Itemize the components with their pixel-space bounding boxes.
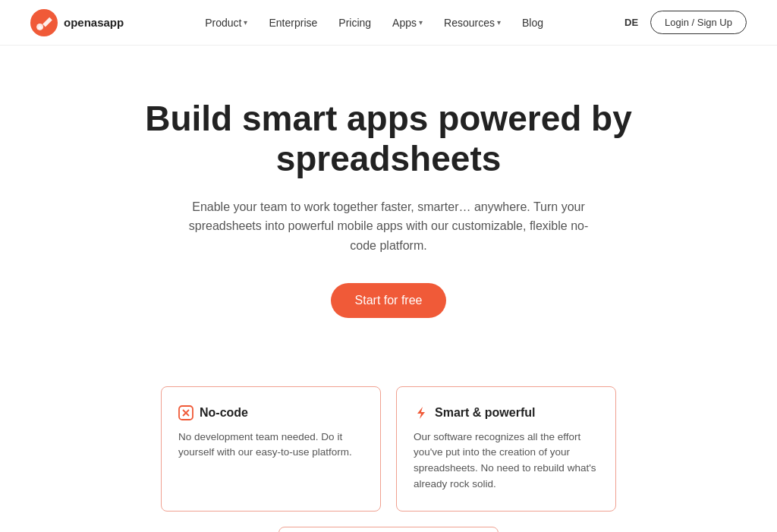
feature-smart-title: Smart & powerful <box>435 406 535 420</box>
chevron-down-icon: ▾ <box>497 18 501 27</box>
hero-title: Build smart apps powered by spreadsheets <box>85 99 692 179</box>
feature-card-smart: Smart & powerful Our software recognizes… <box>396 386 616 512</box>
feature-card-nocode: No-code No development team needed. Do i… <box>161 386 381 512</box>
nav-right: DE Login / Sign Up <box>624 11 747 34</box>
svg-marker-5 <box>417 407 425 419</box>
nav-apps[interactable]: Apps ▾ <box>392 17 423 29</box>
hero-subtitle: Enable your team to work together faster… <box>176 197 601 256</box>
hero-section: Build smart apps powered by spreadsheets… <box>0 46 777 356</box>
feature-nocode-text: No development team needed. Do it yourse… <box>178 430 363 461</box>
language-selector[interactable]: DE <box>624 17 638 28</box>
feature-nocode-title: No-code <box>200 406 248 420</box>
chevron-down-icon: ▾ <box>244 18 247 27</box>
nav-links: Product ▾ Enterprise Pricing Apps ▾ Reso… <box>205 17 543 29</box>
feature-smart-text: Our software recognizes all the effort y… <box>414 430 599 493</box>
logo-text: openasapp <box>64 16 124 29</box>
login-signup-button[interactable]: Login / Sign Up <box>650 11 747 34</box>
logo[interactable]: openasapp <box>30 9 124 36</box>
chevron-down-icon: ▾ <box>419 18 423 27</box>
nav-product[interactable]: Product ▾ <box>205 17 247 29</box>
feature-card-truth: One source of truth Your apps are built … <box>278 527 499 532</box>
smart-powerful-icon <box>414 405 429 420</box>
nav-resources[interactable]: Resources ▾ <box>444 17 501 29</box>
no-code-icon <box>178 405 193 420</box>
start-for-free-button[interactable]: Start for free <box>331 283 447 318</box>
nav-enterprise[interactable]: Enterprise <box>269 17 317 29</box>
nav-pricing[interactable]: Pricing <box>338 17 371 29</box>
nav-blog[interactable]: Blog <box>522 17 543 29</box>
navbar: openasapp Product ▾ Enterprise Pricing A… <box>0 0 777 46</box>
features-section: No-code No development team needed. Do i… <box>0 356 777 532</box>
